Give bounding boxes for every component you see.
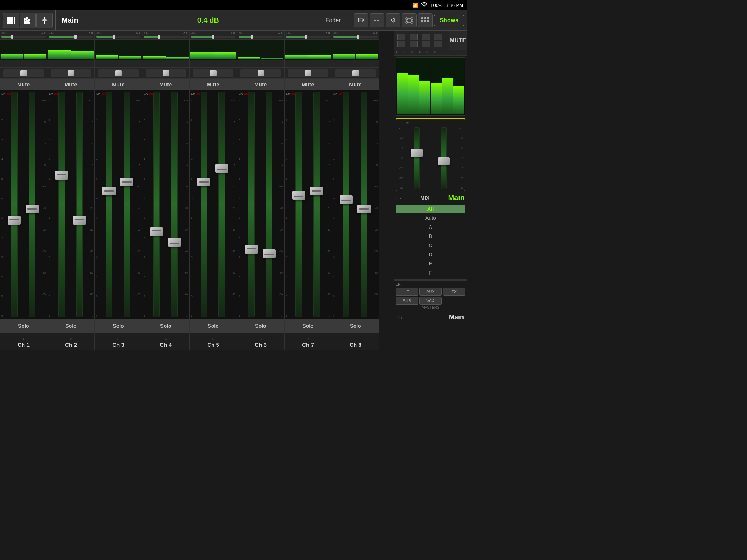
ch-solo-5[interactable]: Solo: [190, 319, 237, 333]
mix-a-option[interactable]: A: [396, 223, 465, 232]
ch-name-area-4: 4 Ch 4: [142, 333, 189, 350]
mix-c-option[interactable]: C: [396, 241, 465, 250]
mute-grid-btn-4[interactable]: [434, 34, 442, 40]
ch-mute-6[interactable]: Mute: [237, 79, 284, 90]
ch-fader-knob1-6[interactable]: [245, 245, 258, 254]
ch-mute-8[interactable]: Mute: [332, 79, 379, 90]
mix-all-option[interactable]: All: [396, 205, 465, 213]
master-aux-btn[interactable]: AUX: [419, 288, 442, 296]
ch-fader-knob1-1[interactable]: [8, 216, 21, 225]
fx-button[interactable]: FX: [354, 13, 368, 27]
ch-solo-3[interactable]: Solo: [95, 319, 142, 333]
eq-view-button[interactable]: [20, 13, 36, 28]
ch-pan-control-2[interactable]: [51, 69, 91, 77]
channel-strip-6: 48v A B Mute: [237, 31, 285, 350]
ch-fader-vtrack1-8: [343, 92, 349, 317]
svg-rect-17: [378, 19, 379, 19]
ch-lr-3: LR: [96, 92, 101, 96]
ch-solo-7[interactable]: Solo: [285, 319, 332, 333]
mute-grid-btn-3[interactable]: [422, 34, 430, 40]
ch-fader-knob2-8[interactable]: [357, 205, 371, 213]
right-fader-handle-2[interactable]: [438, 157, 450, 165]
ch-name-area-6: 6 Ch 6: [237, 333, 284, 350]
ch-gain-bar-2[interactable]: [49, 36, 93, 38]
ch-solo-4[interactable]: Solo: [142, 319, 189, 333]
shows-button[interactable]: Shows: [434, 15, 464, 26]
ch-gain-bar-7[interactable]: [286, 36, 330, 38]
ch-gain-bar-1[interactable]: [1, 36, 46, 38]
mix-f-option[interactable]: F: [396, 268, 465, 277]
ch-mute-2[interactable]: Mute: [47, 79, 94, 90]
ch-fader-knob2-2[interactable]: [73, 216, 86, 225]
ch-pan-control-6[interactable]: [240, 69, 281, 77]
mix-d-option[interactable]: D: [396, 250, 465, 259]
mute-grid-btn-5[interactable]: [397, 41, 405, 47]
ch-fader-knob1-3[interactable]: [102, 187, 116, 195]
masters-label: MASTERS: [396, 305, 465, 310]
mute-grid-btn-2[interactable]: [410, 34, 418, 40]
ch-fader-knob2-4[interactable]: [168, 238, 181, 247]
ch-mute-4[interactable]: Mute: [142, 79, 189, 90]
mute-side-label: MUTE: [449, 31, 467, 50]
ch-fader-knob1-5[interactable]: [197, 178, 210, 186]
layout-button[interactable]: [418, 13, 433, 27]
ch-fader-knob1-7[interactable]: [292, 191, 305, 200]
ch-fader-knob1-8[interactable]: [340, 195, 353, 204]
ch-name-label-7: Ch 7: [286, 342, 330, 348]
ch-gain-bar-4[interactable]: [144, 36, 188, 38]
ch-fader-knob2-3[interactable]: [120, 178, 133, 186]
mix-auto-option[interactable]: Auto: [396, 214, 465, 222]
ch-fader-knob2-7[interactable]: [310, 187, 323, 195]
ch-eq-6: [237, 60, 284, 68]
mute-grid-btn-8[interactable]: [434, 41, 442, 47]
routing-button[interactable]: [402, 13, 417, 27]
ch-gain-bar-8[interactable]: [333, 36, 378, 38]
right-panel-main-bottom: Main: [449, 314, 464, 321]
master-vca-btn[interactable]: VCA: [419, 297, 442, 305]
mute-grid-btn-1[interactable]: [397, 34, 405, 40]
right-fader-handle-1[interactable]: [411, 149, 423, 157]
ch-labels-left-4: 123456 123456: [144, 92, 148, 317]
ch-pan-control-3[interactable]: [98, 69, 139, 77]
ch-mute-3[interactable]: Mute: [95, 79, 142, 90]
ch-mute-7[interactable]: Mute: [285, 79, 332, 90]
mix-e-option[interactable]: E: [396, 259, 465, 268]
ch-pan-control-4[interactable]: [146, 69, 186, 77]
masters-grid: LR AUX FX SUB VCA: [396, 288, 465, 305]
mute-num-5: 5: [426, 50, 428, 54]
ch-solo-1[interactable]: Solo: [0, 319, 47, 333]
ch-solo-2[interactable]: Solo: [47, 319, 94, 333]
ch-gain-bar-5[interactable]: [191, 36, 235, 38]
ch-solo-6[interactable]: Solo: [237, 319, 284, 333]
ch-pan-control-8[interactable]: [335, 69, 376, 77]
ch-pan-control-1[interactable]: [3, 69, 44, 77]
ch-gain-bar-6[interactable]: [239, 36, 283, 38]
ch-pan-control-5[interactable]: [193, 69, 233, 77]
mix-b-option[interactable]: B: [396, 232, 465, 241]
ch-lr-5: LR: [191, 92, 196, 96]
ch-fader-knob2-1[interactable]: [26, 205, 39, 213]
mute-grid-btn-6[interactable]: [410, 41, 418, 47]
ch-pan-control-7[interactable]: [288, 69, 328, 77]
ch-fader-knob2-5[interactable]: [215, 164, 228, 173]
ch-meter-2-2: [71, 40, 94, 59]
ch-fader-knob1-2[interactable]: [55, 171, 68, 180]
ch-fader-knob2-6[interactable]: [263, 249, 276, 258]
settings-button[interactable]: ⚙: [386, 13, 400, 27]
ch-mute-5[interactable]: Mute: [190, 79, 237, 90]
master-lr-btn[interactable]: LR: [396, 288, 418, 296]
ch-fader-vtrack2-6: [266, 92, 272, 317]
right-meter-display: [396, 57, 465, 116]
ch-fader-knob1-4[interactable]: [150, 227, 163, 236]
ch-48v-label-1: 48v: [1, 32, 6, 35]
ch-gain-bar-3[interactable]: [96, 36, 140, 38]
mute-grid-btn-7[interactable]: [422, 41, 430, 47]
ch-eq-7: [285, 60, 332, 68]
master-sub-btn[interactable]: SUB: [396, 297, 418, 305]
master-fx-btn[interactable]: FX: [443, 288, 465, 296]
mixer-view-button[interactable]: [3, 13, 19, 28]
fader-view-button[interactable]: [36, 13, 53, 28]
ch-solo-8[interactable]: Solo: [332, 319, 379, 333]
keyboard-button[interactable]: [370, 13, 384, 27]
ch-mute-1[interactable]: Mute: [0, 79, 47, 90]
